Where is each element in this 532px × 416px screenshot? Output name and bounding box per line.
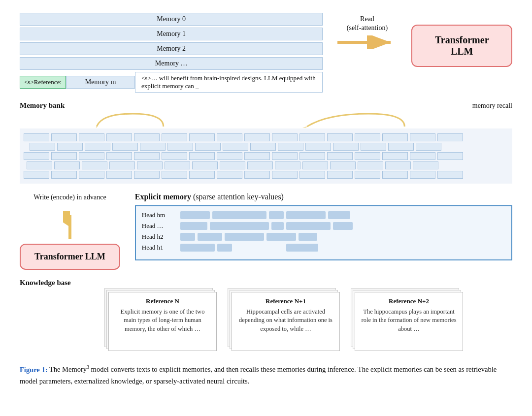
- mb-cell: [165, 161, 190, 169]
- mb-cell: [220, 161, 245, 169]
- kb-card-title-n2: Reference N+2: [361, 297, 457, 305]
- mb-cell: [299, 133, 325, 141]
- mb-cell: [330, 161, 356, 169]
- kb-cards-row: Reference N Explicit memory is one of th…: [108, 292, 512, 351]
- head-bars-dots: [180, 222, 505, 230]
- memory-item-2: Memory 2: [20, 42, 323, 55]
- mb-cell: [24, 171, 49, 179]
- memory-bank-label: Memory bank: [20, 101, 65, 110]
- figure-label: Figure 1:: [20, 365, 48, 373]
- mb-cell: [305, 143, 331, 151]
- mb-cell: [413, 161, 438, 169]
- head-bar: [286, 244, 318, 252]
- head-bar: [225, 233, 264, 241]
- mb-cell: [134, 171, 160, 179]
- head-bar: [328, 211, 350, 219]
- transformer-llm-bottom: Transformer LLM: [20, 244, 120, 270]
- mb-row-2: [30, 143, 508, 151]
- mb-cell: [51, 152, 77, 160]
- mb-cell: [382, 152, 408, 160]
- mb-cell: [327, 152, 353, 160]
- memory-item-0: Memory 0: [20, 13, 323, 26]
- mb-cell: [79, 133, 104, 141]
- up-arrow-icon: [63, 211, 77, 241]
- head-label-h2: Head h2: [142, 233, 176, 241]
- mb-cell: [134, 133, 160, 141]
- kb-card-title-n1: Reference N+1: [238, 297, 333, 305]
- mb-cell: [358, 161, 383, 169]
- mb-cell: [410, 133, 435, 141]
- head-bar: [333, 222, 353, 230]
- mb-cell: [162, 133, 187, 141]
- mb-cell: [410, 171, 435, 179]
- read-arrow-area: Read(self-attention): [337, 10, 397, 49]
- mb-cell: [272, 152, 298, 160]
- head-bars-h2: [180, 233, 505, 241]
- mb-cell: [137, 161, 163, 169]
- read-arrow-icon: [337, 35, 397, 49]
- mb-cell: [272, 133, 298, 141]
- mb-cell: [195, 143, 221, 151]
- ref-tag: <s>Reference:: [20, 76, 66, 89]
- head-bar-gap: [234, 244, 284, 252]
- mb-cell: [57, 143, 83, 151]
- diagram-container: Memory 0 Memory 1 Memory 2 Memory … <s>R…: [20, 10, 512, 351]
- read-label: Read(self-attention): [347, 15, 388, 32]
- mb-cell: [140, 143, 166, 151]
- figure-caption: Figure 1: The Memory3 model converts tex…: [20, 364, 512, 387]
- mb-cell: [327, 133, 353, 141]
- head-bar: [180, 244, 215, 252]
- head-bar: [212, 211, 266, 219]
- mb-cell: [54, 161, 80, 169]
- mb-row-1: [24, 133, 508, 141]
- mb-cell: [24, 133, 49, 141]
- mb-cell: [244, 133, 270, 141]
- memory-list: Memory 0 Memory 1 Memory 2 Memory … <s>R…: [20, 10, 323, 93]
- explicit-memory-subtitle: (sparse attention key-values): [191, 192, 284, 201]
- memory-m-box: Memory m: [66, 76, 135, 89]
- head-bar: [286, 211, 326, 219]
- mb-cell: [82, 161, 107, 169]
- mb-cell: [437, 133, 463, 141]
- knowledge-base-label: Knowledge base: [20, 279, 512, 287]
- mb-cell: [223, 143, 248, 151]
- mb-cell: [410, 152, 435, 160]
- figure-text: The Memory3 model converts texts to expl…: [20, 365, 497, 384]
- mb-cell: [355, 133, 380, 141]
- kb-card-front-n1: Reference N+1 Hippocampal cells are acti…: [232, 292, 340, 351]
- kb-card-text-n: Explicit memory is one of the two main t…: [115, 308, 210, 334]
- mb-cell: [299, 171, 325, 179]
- mb-cell: [217, 171, 242, 179]
- context-box: <s>… will benefit from brain-inspired de…: [135, 72, 323, 93]
- mb-cell: [217, 152, 242, 160]
- memory-boxes: Memory 0 Memory 1 Memory 2 Memory …: [20, 13, 323, 70]
- middle-section: Write (encode) in advance Transformer LL…: [20, 192, 512, 270]
- mb-cell: [162, 171, 187, 179]
- mb-cell: [278, 143, 303, 151]
- memory-item-1: Memory 1: [20, 28, 323, 40]
- mb-cell: [167, 143, 193, 151]
- head-bar: [180, 233, 195, 241]
- kb-card-front-n: Reference N Explicit memory is one of th…: [108, 292, 217, 351]
- mb-cell: [30, 143, 55, 151]
- mb-cell: [333, 143, 359, 151]
- mb-cell: [85, 143, 110, 151]
- memory-item-3: Memory …: [20, 57, 323, 70]
- mb-cell: [244, 152, 270, 160]
- mb-cell: [247, 161, 273, 169]
- kb-card-stack-n: Reference N Explicit memory is one of th…: [108, 292, 217, 351]
- explicit-memory-box: Head hm Head …: [135, 205, 512, 260]
- mb-cell: [162, 152, 187, 160]
- mb-row-5: [24, 171, 508, 179]
- mb-cell: [51, 171, 77, 179]
- top-section: Memory 0 Memory 1 Memory 2 Memory … <s>R…: [20, 10, 512, 93]
- mb-cell: [437, 152, 463, 160]
- explicit-memory-strong: Explicit memory: [135, 192, 191, 201]
- mb-cell: [388, 143, 414, 151]
- mb-cell: [27, 161, 52, 169]
- mb-cell: [361, 143, 386, 151]
- head-label-h1: Head h1: [142, 244, 176, 252]
- mb-cell: [382, 133, 408, 141]
- reference-row: <s>Reference: Memory m <s>… will benefit…: [20, 72, 323, 93]
- mb-cell: [109, 161, 135, 169]
